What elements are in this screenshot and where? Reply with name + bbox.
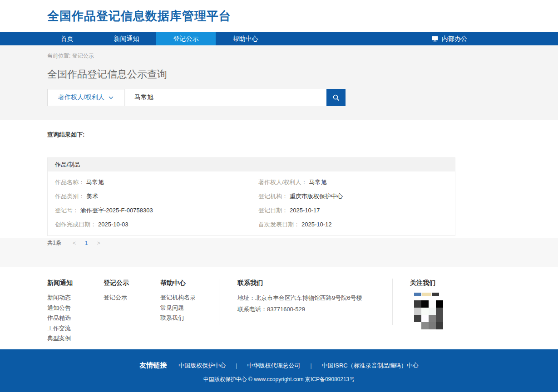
field-label: 首次发表日期： [258,221,300,228]
footer-link-contact-us[interactable]: 联系我们 [160,313,219,323]
pagination-next-button[interactable]: > [95,240,102,246]
field-value: 2025-10-12 [301,221,332,228]
result-card-header: 作品/制品 [48,158,455,172]
qr-decoration [414,293,443,296]
separator: | [310,363,311,369]
footer-contact-phone: 联系电话：83771600-529 [237,304,392,314]
field-value: 马常旭 [309,179,327,186]
monitor-icon [432,36,438,42]
footer-column-title: 新闻通知 [47,279,104,287]
results-section: 查询结果如下: 作品/制品 作品名称：马常旭 著作权人/权利人：马常旭 作品类别… [0,120,558,238]
results-heading: 查询结果如下: [47,131,558,139]
separator: | [236,363,237,369]
nav-item-registration-publicity[interactable]: 登记公示 [156,32,216,45]
field-label: 作品类别： [55,193,84,200]
field-label: 著作权人/权利人： [258,179,307,186]
footer-contact-title: 联系我们 [237,279,392,287]
search-input[interactable] [125,89,326,106]
site-header: 全国作品登记信息数据库管理平台 [0,0,558,32]
field-value: 重庆市版权保护中心 [290,193,343,200]
field-label: 登记号： [55,207,79,214]
footer-link-featured-works[interactable]: 作品精选 [47,313,104,323]
footer-link-faq[interactable]: 常见问题 [160,303,219,314]
friend-links-row: 友情链接 中国版权保护中心 | 中华版权代理总公司 | 中国ISRC（标准录音制… [0,349,558,370]
pagination-total: 共1条 [47,239,61,247]
friend-link-isrc-center[interactable]: 中国ISRC（标准录音制品编码）中心 [322,362,419,370]
qr-code-image [414,300,443,329]
footer: 新闻通知 新闻动态 通知公告 作品精选 工作交流 典型案例 登记公示 登记公示 … [0,267,558,349]
footer-column-registration: 登记公示 登记公示 [104,279,160,349]
footer-column-news: 新闻通知 新闻动态 通知公告 作品精选 工作交流 典型案例 [47,279,104,349]
footer-link-typical-cases[interactable]: 典型案例 [47,333,104,344]
friend-link-copyright-agency[interactable]: 中华版权代理总公司 [247,362,300,370]
footer-follow-title: 关注我们 [410,279,443,287]
field-value: 马常旭 [86,179,104,186]
search-type-value: 著作权人/权利人 [58,93,104,102]
field-registration-date: 登记日期：2025-10-17 [258,203,455,217]
footer-contact: 联系我们 地址：北京市丰台区汽车博物馆西路9号院6号楼 联系电话：8377160… [237,279,392,349]
footer-contact-address: 地址：北京市丰台区汽车博物馆西路9号院6号楼 [237,293,392,303]
footer-link-notices[interactable]: 通知公告 [47,303,104,314]
nav-item-help-center[interactable]: 帮助中心 [216,32,275,45]
page-title: 全国作品登记信息公示查询 [47,68,558,81]
footer-column-title: 登记公示 [104,279,160,287]
result-card: 作品/制品 作品名称：马常旭 著作权人/权利人：马常旭 作品类别：美术 登记机构… [47,157,455,236]
footer-column-help: 帮助中心 登记机构名录 常见问题 联系我们 [160,279,219,349]
field-rights-holder: 著作权人/权利人：马常旭 [258,175,455,189]
page: 全国作品登记信息数据库管理平台 首页 新闻通知 登记公示 帮助中心 内部办公 当… [0,0,558,392]
footer-follow-us: 关注我们 [410,279,443,349]
search-button[interactable] [326,89,346,106]
nav-office-label: 内部办公 [442,32,467,45]
search-section: 当前位置: 登记公示 全国作品登记信息公示查询 著作权人/权利人 [0,45,558,120]
footer-link-agency-directory[interactable]: 登记机构名录 [160,293,219,303]
footer-divider [219,279,219,325]
field-value: 渝作登字-2025-F-00758303 [80,207,153,214]
main-nav: 首页 新闻通知 登记公示 帮助中心 内部办公 [0,32,558,45]
field-registration-agency: 登记机构：重庆市版权保护中心 [258,189,455,203]
field-work-name: 作品名称：马常旭 [55,175,258,189]
field-creation-completion-date: 创作完成日期：2025-10-03 [55,217,258,231]
field-label: 作品名称： [55,179,84,186]
breadcrumb: 当前位置: 登记公示 [47,45,558,60]
field-work-category: 作品类别：美术 [55,189,258,203]
magnifier-icon [332,94,340,102]
field-label: 创作完成日期： [55,221,96,228]
nav-item-internal-office[interactable]: 内部办公 [432,32,467,45]
field-label: 登记机构： [258,193,288,200]
pagination-prev-button[interactable]: < [71,240,78,246]
search-type-dropdown[interactable]: 著作权人/权利人 [47,89,124,106]
footer-divider [392,279,393,325]
spacer-band [0,238,558,267]
field-label: 登记日期： [258,207,288,214]
footer-link-registration-publicity[interactable]: 登记公示 [104,293,160,303]
nav-item-home[interactable]: 首页 [37,32,97,45]
friend-links-label: 友情链接 [139,361,167,370]
pagination-page-1[interactable]: 1 [85,240,88,246]
footer-column-title: 帮助中心 [160,279,219,287]
copyright-text: 中国版权保护中心 © www.ccopyright.com 京ICP备09080… [0,376,558,383]
nav-item-news[interactable]: 新闻通知 [97,32,156,45]
field-value: 2025-10-03 [98,221,128,228]
footer-link-work-exchange[interactable]: 工作交流 [47,323,104,334]
site-title: 全国作品登记信息数据库管理平台 [47,8,231,24]
field-value: 2025-10-17 [290,207,320,214]
field-first-publication-date: 首次发表日期：2025-10-12 [258,217,455,231]
chevron-down-icon [109,96,114,99]
result-card-body: 作品名称：马常旭 著作权人/权利人：马常旭 作品类别：美术 登记机构：重庆市版权… [48,172,455,235]
search-bar: 著作权人/权利人 [47,89,558,106]
field-value: 美术 [86,193,98,200]
friend-link-ccopyright[interactable]: 中国版权保护中心 [178,362,226,370]
bottom-bar: 友情链接 中国版权保护中心 | 中华版权代理总公司 | 中国ISRC（标准录音制… [0,349,558,392]
field-registration-number: 登记号：渝作登字-2025-F-00758303 [55,203,258,217]
footer-link-news-dynamics[interactable]: 新闻动态 [47,293,104,303]
